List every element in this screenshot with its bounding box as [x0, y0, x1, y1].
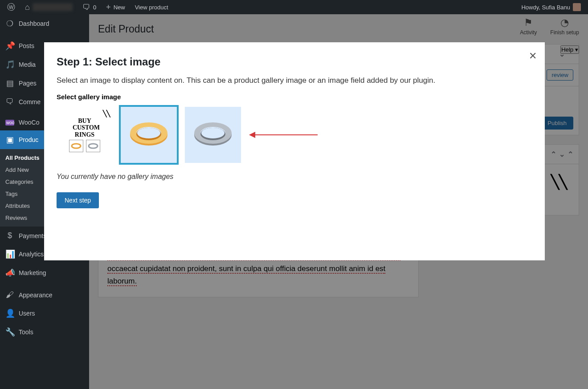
modal-title: Step 1: Select image [57, 56, 532, 68]
archive-icon: ▣ [5, 135, 14, 145]
select-image-modal: ✕ Step 1: Select image Select an image t… [44, 42, 545, 260]
admin-bar: ⓦ ⌂ 🗨0 +New View product Howdy, Sufia Ba… [0, 0, 588, 14]
modal-description: Select an image to display content on. T… [57, 76, 532, 85]
megaphone-icon: 📣 [5, 268, 14, 278]
mini-gold-ring-icon [69, 140, 83, 152]
user-icon: 👤 [5, 308, 14, 318]
view-product-link[interactable]: View product [131, 0, 172, 14]
user-avatar [573, 3, 581, 11]
menu-dashboard[interactable]: ❍Dashboard [0, 14, 89, 33]
svg-point-11 [201, 128, 225, 138]
gallery-thumb-3[interactable] [185, 107, 241, 163]
media-icon: 🎵 [5, 60, 14, 69]
menu-tools[interactable]: 🔧Tools [0, 323, 89, 341]
menu-appearance[interactable]: 🖌Appearance [0, 286, 89, 304]
svg-point-1 [89, 144, 98, 148]
wrench-icon: 🔧 [5, 327, 14, 337]
menu-marketing[interactable]: 📣Marketing [0, 263, 89, 282]
svg-point-6 [137, 128, 160, 138]
mini-silver-ring-icon [86, 140, 100, 152]
site-home[interactable]: ⌂ [21, 0, 76, 14]
comments-link[interactable]: 🗨0 [79, 0, 100, 14]
svg-point-0 [72, 144, 81, 148]
pages-icon: ▤ [5, 78, 14, 88]
card-icon: $ [5, 231, 14, 240]
gallery-thumb-2[interactable] [121, 107, 177, 163]
new-link[interactable]: +New [102, 0, 129, 14]
pin-icon: 📌 [5, 41, 14, 51]
bar-icon: 📊 [5, 249, 14, 259]
comment-icon: 🗨 [5, 97, 14, 106]
woo-icon: woo [5, 120, 14, 126]
gold-ring-icon [127, 117, 171, 153]
gallery-thumb-1[interactable]: BUY ╲╲ CUSTOM RINGS [57, 107, 113, 163]
modal-subhead: Select gallery image [57, 93, 532, 101]
close-icon[interactable]: ✕ [529, 50, 537, 62]
next-step-button[interactable]: Next step [57, 192, 99, 208]
comments-count: 0 [93, 4, 96, 11]
annotation-arrow [249, 132, 318, 138]
wp-logo[interactable]: ⓦ [4, 0, 19, 14]
gauge-icon: ❍ [5, 19, 14, 28]
silver-ring-icon [191, 117, 235, 153]
brush-icon: 🖌 [5, 290, 14, 300]
no-gallery-text: You currently have no gallery images [57, 173, 532, 181]
menu-users[interactable]: 👤Users [0, 304, 89, 323]
howdy-user[interactable]: Howdy, Sufia Banu [518, 0, 584, 14]
